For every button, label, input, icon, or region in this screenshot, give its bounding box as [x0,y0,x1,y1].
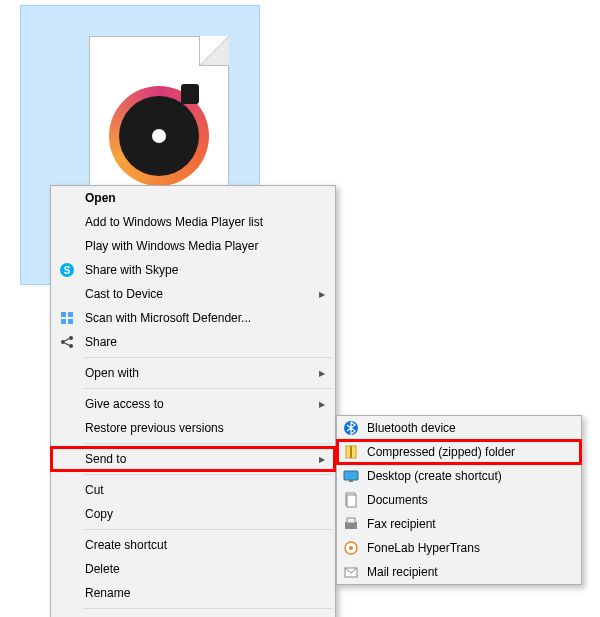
send-to-item-documents[interactable]: Documents [337,488,581,512]
menu-item-label: Cast to Device [85,287,163,301]
menu-item-label: Documents [367,493,428,507]
send-to-item-compressed-zipped-folder[interactable]: Compressed (zipped) folder [337,440,581,464]
hypertrans-icon [343,540,359,556]
bluetooth-icon [343,420,359,436]
send-to-submenu: Bluetooth deviceCompressed (zipped) fold… [336,415,582,585]
menu-item-label: Rename [85,586,130,600]
music-file-icon [109,86,209,186]
context-menu-item-give-access-to[interactable]: Give access to▶ [51,392,335,416]
fax-icon [343,516,359,532]
context-menu-item-send-to[interactable]: Send to▶ [51,447,335,471]
svg-line-10 [65,343,70,346]
menu-item-label: Compressed (zipped) folder [367,445,515,459]
context-menu-separator [83,608,333,609]
desktop-icon [343,468,359,484]
context-menu: OpenAdd to Windows Media Player listPlay… [50,185,336,617]
context-menu-item-properties[interactable]: Properties [51,612,335,617]
svg-rect-14 [344,471,358,480]
send-to-item-fonelab-hypertrans[interactable]: FoneLab HyperTrans [337,536,581,560]
context-menu-item-share-with-skype[interactable]: SShare with Skype [51,258,335,282]
context-menu-separator [83,474,333,475]
context-menu-item-share[interactable]: Share [51,330,335,354]
context-menu-item-copy[interactable]: Copy [51,502,335,526]
chevron-right-icon: ▶ [319,290,325,299]
svg-rect-15 [349,480,353,482]
mail-icon [343,564,359,580]
context-menu-item-cast-to-device[interactable]: Cast to Device▶ [51,282,335,306]
zip-icon [343,444,359,460]
svg-point-8 [69,344,73,348]
menu-item-label: Bluetooth device [367,421,456,435]
context-menu-item-cut[interactable]: Cut [51,478,335,502]
menu-item-label: Open [85,191,116,205]
svg-text:S: S [64,265,71,276]
menu-item-label: Mail recipient [367,565,438,579]
menu-item-label: Play with Windows Media Player [85,239,258,253]
menu-item-label: Copy [85,507,113,521]
menu-item-label: Desktop (create shortcut) [367,469,502,483]
menu-item-label: Open with [85,366,139,380]
context-menu-item-play-with-windows-media-player[interactable]: Play with Windows Media Player [51,234,335,258]
context-menu-item-add-to-windows-media-player-list[interactable]: Add to Windows Media Player list [51,210,335,234]
svg-rect-2 [61,312,66,317]
svg-rect-3 [68,312,73,317]
context-menu-item-scan-with-microsoft-defender[interactable]: Scan with Microsoft Defender... [51,306,335,330]
svg-rect-17 [347,495,356,507]
send-to-item-mail-recipient[interactable]: Mail recipient [337,560,581,584]
menu-item-label: Cut [85,483,104,497]
context-menu-item-restore-previous-versions[interactable]: Restore previous versions [51,416,335,440]
svg-point-7 [69,336,73,340]
skype-icon: S [59,262,75,278]
svg-line-9 [65,339,70,342]
page-fold [199,36,229,66]
context-menu-item-delete[interactable]: Delete [51,557,335,581]
send-to-item-bluetooth-device[interactable]: Bluetooth device [337,416,581,440]
menu-item-label: Delete [85,562,120,576]
chevron-right-icon: ▶ [319,455,325,464]
context-menu-item-open[interactable]: Open [51,186,335,210]
svg-rect-5 [68,319,73,324]
context-menu-item-create-shortcut[interactable]: Create shortcut [51,533,335,557]
chevron-right-icon: ▶ [319,369,325,378]
menu-item-label: Fax recipient [367,517,436,531]
chevron-right-icon: ▶ [319,400,325,409]
context-menu-separator [83,443,333,444]
menu-item-label: Scan with Microsoft Defender... [85,311,251,325]
context-menu-separator [83,388,333,389]
svg-rect-19 [347,518,355,523]
share-icon [59,334,75,350]
context-menu-separator [83,357,333,358]
menu-item-label: Share [85,335,117,349]
menu-item-label: Send to [85,452,126,466]
context-menu-item-rename[interactable]: Rename [51,581,335,605]
context-menu-item-open-with[interactable]: Open with▶ [51,361,335,385]
menu-item-label: Add to Windows Media Player list [85,215,263,229]
svg-rect-4 [61,319,66,324]
menu-item-label: Create shortcut [85,538,167,552]
menu-item-label: Share with Skype [85,263,178,277]
defender-icon [59,310,75,326]
context-menu-separator [83,529,333,530]
menu-item-label: FoneLab HyperTrans [367,541,480,555]
menu-item-label: Give access to [85,397,164,411]
svg-point-21 [349,546,353,550]
documents-icon [343,492,359,508]
menu-item-label: Restore previous versions [85,421,224,435]
send-to-item-fax-recipient[interactable]: Fax recipient [337,512,581,536]
send-to-item-desktop-create-shortcut[interactable]: Desktop (create shortcut) [337,464,581,488]
